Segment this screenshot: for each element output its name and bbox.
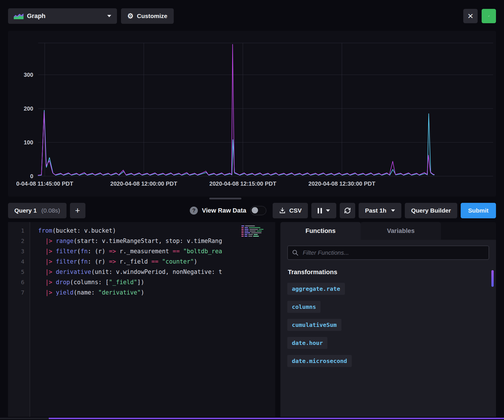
minimap-row [241, 232, 270, 233]
code-token: ( [77, 248, 81, 255]
customize-label: Customize [137, 13, 167, 19]
minimap-segment [241, 234, 244, 235]
code-token: : (r) [88, 248, 109, 255]
function-item[interactable]: date.hour [287, 337, 327, 349]
refresh-icon [344, 207, 351, 214]
query-builder-label: Query Builder [411, 207, 451, 214]
line-number: 2 [8, 236, 30, 246]
category-transformations: Transformations [288, 268, 489, 276]
code-token: => [109, 258, 116, 265]
query-tab[interactable]: Query 1 (0.08s) [8, 203, 67, 218]
x-tick-label: 2020-04-08 12:00:00 PDT [110, 180, 177, 187]
confirm-button[interactable] [482, 9, 496, 23]
chevron-down-icon [326, 209, 330, 212]
refresh-button[interactable] [340, 203, 355, 218]
minimap-segment [241, 232, 244, 233]
code-token: |> [45, 248, 52, 255]
code-token: == [173, 248, 180, 255]
customize-button[interactable]: ⚙ Customize [121, 8, 174, 24]
time-range-label: Past 1h [365, 207, 386, 214]
flux-editor[interactable]: 1234567 from(bucket: v.bucket) |> range(… [8, 222, 275, 417]
time-range-dropdown[interactable]: Past 1h [359, 203, 401, 218]
chevron-down-icon [107, 15, 111, 17]
minimap[interactable] [241, 225, 270, 238]
resize-handle[interactable] [209, 198, 241, 199]
scrollbar-thumb[interactable] [491, 270, 494, 287]
graph-type-dropdown[interactable]: Graph [8, 8, 117, 24]
submit-label: Submit [468, 207, 489, 214]
search-icon [292, 249, 299, 256]
y-tick-label: 0 [10, 172, 33, 180]
function-item[interactable]: cumulativeSum [287, 319, 341, 331]
minimap-segment [241, 229, 244, 230]
minimap-segment [257, 231, 262, 231]
code-token: from [38, 227, 52, 234]
submit-button[interactable]: Submit [461, 203, 496, 218]
code-token: ) [141, 289, 144, 296]
minimap-row [241, 231, 270, 231]
code-token: derivative [56, 268, 91, 275]
code-token [52, 238, 56, 244]
query-builder-button[interactable]: Query Builder [405, 203, 457, 218]
minimap-segment [253, 236, 259, 237]
code-token [38, 238, 45, 244]
minimap-segment [248, 236, 252, 237]
function-item[interactable]: aggregate.rate [287, 283, 345, 295]
add-query-button[interactable]: + [70, 203, 85, 218]
minimap-segment [241, 225, 244, 226]
minimap-segment [248, 234, 253, 235]
code-token: |> [45, 289, 52, 296]
functions-panel-tabs: Functions Variables [280, 222, 496, 240]
minimap-row [241, 229, 270, 230]
minimap-segment [249, 227, 260, 228]
pause-button[interactable] [311, 203, 336, 218]
csv-download-button[interactable]: CSV [273, 203, 308, 218]
code-line[interactable]: |> filter(fn: (r) => r._measurement == "… [38, 246, 275, 256]
line-number: 1 [8, 225, 30, 236]
graph-icon [14, 13, 24, 19]
code-token: |> [45, 238, 52, 244]
minimap-row [241, 225, 270, 226]
code-token [52, 279, 56, 286]
code-line[interactable]: |> derivative(unit: v.windowPeriod, nonN… [38, 267, 275, 277]
search-input[interactable] [302, 249, 485, 256]
code-token: |> [45, 268, 52, 275]
code-lines[interactable]: from(bucket: v.bucket) |> range(start: v… [31, 222, 275, 417]
function-item[interactable]: columns [287, 301, 321, 313]
code-token: r._field [116, 258, 151, 265]
view-raw-data-toggle[interactable] [250, 206, 266, 215]
query-tab-label: Query 1 [14, 207, 37, 214]
tab-functions[interactable]: Functions [280, 222, 361, 240]
filter-functions-search [287, 246, 489, 260]
bottom-bar-left [0, 418, 49, 419]
y-tick-label: 200 [10, 105, 33, 112]
code-token: => [109, 248, 116, 255]
code-token: "boltdb_rea [183, 248, 222, 255]
code-token [38, 268, 45, 275]
functions-panel-body: Transformations aggregate.ratecolumnscum… [280, 240, 496, 417]
minimap-segment [259, 229, 263, 230]
code-token [159, 258, 162, 265]
view-raw-data-group: ? View Raw Data [190, 206, 266, 215]
view-options-bar: Graph ⚙ Customize × [8, 8, 496, 24]
code-line[interactable]: |> drop(columns: ["_field"]) [38, 277, 275, 287]
code-token: fn [81, 248, 88, 255]
code-line[interactable]: |> yield(name: "derivative") [38, 287, 275, 298]
code-token: fn [81, 258, 88, 265]
code-token: |> [45, 258, 52, 265]
tab-variables[interactable]: Variables [361, 222, 441, 240]
minimap-segment [245, 229, 249, 230]
code-line[interactable]: |> filter(fn: (r) => r._field == "counte… [38, 256, 275, 267]
code-token [52, 258, 56, 265]
graph-type-label: Graph [27, 12, 46, 20]
cancel-button[interactable]: × [463, 9, 478, 23]
code-token: filter [56, 258, 77, 265]
minimap-segment [241, 236, 244, 237]
line-number: 4 [8, 256, 30, 267]
minimap-segment [251, 232, 261, 233]
function-item[interactable]: date.microsecond [287, 355, 352, 367]
pause-icon [318, 208, 322, 213]
bottom-drag-bar[interactable] [0, 418, 504, 419]
code-line[interactable]: |> range(start: v.timeRangeStart, stop: … [38, 236, 275, 246]
code-line[interactable]: from(bucket: v.bucket) [38, 225, 275, 236]
